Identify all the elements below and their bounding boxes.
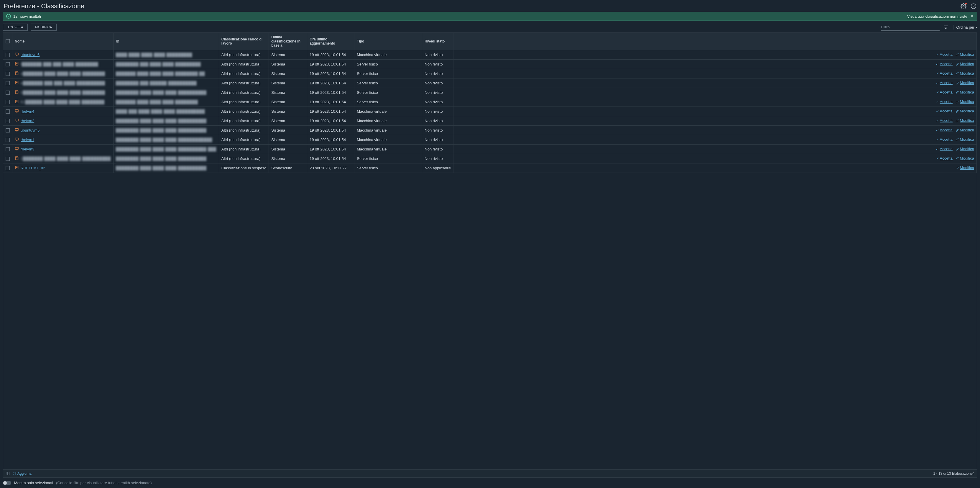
row-checkbox[interactable] <box>6 100 10 104</box>
row-review: Non rivisto <box>422 78 453 88</box>
row-accept-action[interactable]: Accetta <box>935 147 953 151</box>
col-type[interactable]: Tipo <box>355 33 422 50</box>
row-edit-action[interactable]: Modifica <box>956 137 974 142</box>
row-updated: 19 ott 2023, 10:01:54 <box>307 69 355 78</box>
row-edit-action[interactable]: Modifica <box>956 118 974 123</box>
accept-button[interactable]: ACCETTA <box>3 24 28 31</box>
chevron-down-icon: ▾ <box>975 26 977 29</box>
table-row: rhelvm2 ████████ ████ ████ ████ ████████… <box>3 116 977 126</box>
row-accept-action[interactable]: Accetta <box>935 99 953 104</box>
row-checkbox[interactable] <box>6 128 10 132</box>
row-edit-action[interactable]: Modifica <box>956 147 974 151</box>
row-checkbox[interactable] <box>6 62 10 66</box>
row-edit-action[interactable]: Modifica <box>956 99 974 104</box>
row-edit-action[interactable]: Modifica <box>956 62 974 66</box>
row-checkbox[interactable] <box>6 110 10 113</box>
row-accept-action[interactable]: Accetta <box>935 137 953 142</box>
row-based-on: Sistema <box>269 145 307 154</box>
filter-icon[interactable] <box>943 24 948 30</box>
row-name-link[interactable]: rhelvm2 <box>21 119 34 123</box>
row-name-link[interactable]: RHELBM1_02 <box>21 166 45 170</box>
table-row: rhelvm3 ████████ ████ ████ ████ ████████… <box>3 145 977 154</box>
sort-by-dropdown[interactable]: Ordina per ▾ <box>953 25 977 30</box>
row-name-link[interactable]: ubuntuvm5 <box>21 128 40 132</box>
row-edit-action[interactable]: Modifica <box>956 166 974 170</box>
row-based-on: Sistema <box>269 126 307 135</box>
row-checkbox[interactable] <box>6 72 10 76</box>
row-name-link[interactable]: ubuntuvm6 <box>21 53 40 57</box>
row-name-link[interactable]: rhelvm3 <box>21 147 34 152</box>
col-based-on[interactable]: Ultima classificazione in base a <box>269 33 307 50</box>
table-row: ubuntuvm5 ████████ ████ ████ ████ ██████… <box>3 126 977 135</box>
svg-rect-30 <box>15 128 19 131</box>
settings-icon[interactable] <box>961 3 966 9</box>
edit-button[interactable]: MODIFICA <box>31 24 57 31</box>
row-edit-action[interactable]: Modifica <box>956 81 974 85</box>
row-checkbox[interactable] <box>6 157 10 161</box>
row-id: ████████ ████ ████ ████ ██████████ <box>116 156 207 161</box>
row-accept-action[interactable]: Accetta <box>935 52 953 57</box>
row-checkbox[interactable] <box>6 147 10 152</box>
row-classification: Altri (non infrastruttura) <box>219 60 269 69</box>
svg-point-0 <box>963 6 964 7</box>
show-selected-toggle[interactable] <box>3 481 11 485</box>
row-accept-action[interactable]: Accetta <box>935 62 953 66</box>
table-row: 2███████ ████ ████ ████ ██████████ █████… <box>3 154 977 163</box>
help-icon[interactable] <box>970 3 977 9</box>
row-review: Non rivisto <box>422 97 453 107</box>
row-classification: Altri (non infrastruttura) <box>219 154 269 163</box>
row-id: ████████ ████ ████ ████ ██████████ <box>116 119 207 123</box>
table-row: d███████ ████ ████ ████ ████████ ███████… <box>3 69 977 78</box>
col-name[interactable]: Nome <box>13 33 113 50</box>
vm-icon <box>15 137 19 142</box>
row-checkbox[interactable] <box>6 53 10 57</box>
view-unreviewed-link[interactable]: Visualizza classificazioni non riviste <box>907 14 967 19</box>
row-review: Non rivisto <box>422 126 453 135</box>
server-icon <box>15 62 19 67</box>
row-accept-action[interactable]: Accetta <box>935 90 953 94</box>
col-id[interactable]: ID <box>113 33 219 50</box>
svg-rect-36 <box>15 147 19 149</box>
row-edit-action[interactable]: Modifica <box>956 71 974 75</box>
row-checkbox[interactable] <box>6 119 10 123</box>
row-based-on: Sistema <box>269 107 307 116</box>
row-name-link[interactable]: rhelvm4 <box>21 109 34 113</box>
close-banner-icon[interactable]: ✕ <box>970 14 974 19</box>
row-id: ████████ ████ ████ ████ ██████████ <box>116 166 207 170</box>
row-classification: Altri (non infrastruttura) <box>219 116 269 126</box>
columns-toggle-icon[interactable] <box>6 472 10 475</box>
row-edit-action[interactable]: Modifica <box>956 90 974 94</box>
table-row: rhelvm4 ████ ███ ████ ████ ████ ████████… <box>3 107 977 116</box>
row-type: Macchina virtuale <box>355 50 422 60</box>
row-checkbox[interactable] <box>6 91 10 95</box>
row-edit-action[interactable]: Modifica <box>956 52 974 57</box>
col-classification[interactable]: Classificazione carico di lavoro <box>219 33 269 50</box>
row-review: Non rivisto <box>422 107 453 116</box>
select-all-checkbox[interactable] <box>6 39 10 43</box>
row-based-on: Sistema <box>269 60 307 69</box>
row-accept-action[interactable]: Accetta <box>935 118 953 123</box>
row-edit-action[interactable]: Modifica <box>956 109 974 113</box>
filter-input[interactable] <box>881 24 940 31</box>
refresh-link[interactable]: Aggiorna <box>13 472 32 475</box>
row-checkbox[interactable] <box>6 166 10 170</box>
row-updated: 19 ott 2023, 10:01:54 <box>307 145 355 154</box>
row-classification: Classificazione in sospeso <box>219 163 269 173</box>
row-edit-action[interactable]: Modifica <box>956 156 974 161</box>
col-review[interactable]: Rivedi stato <box>422 33 453 50</box>
row-accept-action[interactable]: Accetta <box>935 128 953 132</box>
row-name-link[interactable]: rhelvm1 <box>21 137 34 142</box>
row-edit-action[interactable]: Modifica <box>956 128 974 132</box>
row-id: ████████ ████ ████ ████ ████████████ <box>116 137 212 142</box>
row-accept-action[interactable]: Accetta <box>935 81 953 85</box>
row-accept-action[interactable]: Accetta <box>935 156 953 161</box>
row-checkbox[interactable] <box>6 81 10 85</box>
vm-icon <box>15 109 19 114</box>
col-updated[interactable]: Ora ultimo aggiornamento <box>307 33 355 50</box>
row-checkbox[interactable] <box>6 138 10 142</box>
svg-rect-33 <box>15 138 19 140</box>
row-accept-action[interactable]: Accetta <box>935 71 953 75</box>
page-title: Preferenze - Classificazione <box>3 2 961 10</box>
vm-icon <box>15 147 19 152</box>
row-accept-action[interactable]: Accetta <box>935 109 953 113</box>
